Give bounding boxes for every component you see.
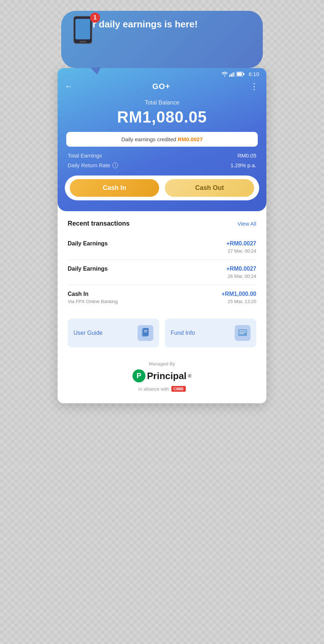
- transaction-amount-2: +RM1,000.00: [221, 291, 256, 297]
- svg-rect-1: [75, 19, 90, 39]
- app-title: GO+: [152, 82, 170, 91]
- alliance-text: In alliance with CIMB: [68, 386, 256, 392]
- transaction-right-0: +RM0.0027 27 Mar, 00:24: [226, 240, 256, 254]
- status-bar: 6:10: [58, 68, 266, 79]
- fund-info-button[interactable]: Fund Info: [165, 319, 256, 347]
- fund-info-label: Fund Info: [171, 330, 195, 336]
- phone-wrapper: Your daily earnings is here! 1: [58, 11, 266, 403]
- user-guide-button[interactable]: User Guide: [68, 319, 159, 347]
- battery-icon: [237, 72, 244, 76]
- svg-rect-12: [144, 330, 148, 331]
- svg-rect-6: [234, 72, 235, 77]
- content-area: Recent transactions View All Daily Earni…: [58, 211, 266, 310]
- managed-by-section: Managed By P Principal® In alliance with…: [58, 357, 266, 403]
- transaction-right-2: +RM1,000.00 25 Mar, 13:20: [221, 291, 256, 304]
- notification-badge: 1: [90, 13, 100, 23]
- transaction-date-0: 27 Mar, 00:24: [226, 248, 256, 254]
- svg-rect-13: [144, 332, 147, 332]
- back-button[interactable]: ←: [65, 82, 73, 91]
- menu-button[interactable]: ⋮: [250, 81, 259, 92]
- stats-row: Total Earnings RM0.05: [58, 152, 266, 159]
- svg-text:P: P: [137, 372, 141, 379]
- notification-bubble[interactable]: Your daily earnings is here! 1: [61, 11, 263, 68]
- svg-rect-5: [233, 72, 234, 77]
- transaction-amount-1: +RM0.0027: [226, 266, 256, 272]
- total-earnings-value: RM0.05: [237, 152, 256, 159]
- balance-label: Total Balance: [65, 99, 259, 106]
- cimb-badge: CIMB: [171, 386, 186, 392]
- transaction-left: Daily Earnings: [68, 266, 108, 274]
- action-buttons: Cash In Cash Out: [65, 176, 259, 200]
- alliance-label: In alliance with: [138, 386, 169, 392]
- principal-logo: P Principal®: [68, 369, 256, 382]
- user-guide-label: User Guide: [73, 330, 103, 336]
- transactions-list: Daily Earnings +RM0.0027 27 Mar, 00:24 D…: [68, 235, 256, 310]
- cash-out-button[interactable]: Cash Out: [165, 179, 254, 197]
- svg-rect-15: [239, 330, 246, 331]
- signal-icon: [229, 72, 235, 77]
- transaction-item: Daily Earnings +RM0.0027 27 Mar, 00:24: [68, 235, 256, 260]
- transactions-header: Recent transactions View All: [68, 220, 256, 227]
- nav-bar: ← GO+ ⋮: [58, 79, 266, 96]
- svg-rect-4: [231, 74, 232, 77]
- transaction-item: Daily Earnings +RM0.0027 26 Mar, 00:24: [68, 260, 256, 285]
- cash-in-button[interactable]: Cash In: [70, 179, 159, 197]
- svg-rect-16: [239, 332, 246, 333]
- svg-rect-9: [243, 73, 244, 75]
- transaction-left: Cash In Via FPX Online Banking: [68, 291, 118, 304]
- managed-by-label: Managed By: [68, 361, 256, 367]
- header-area: 6:10 ← GO+ ⋮ Total Balance RM1,080.05 Da…: [58, 68, 266, 211]
- transaction-sub-2: Via FPX Online Banking: [68, 299, 118, 304]
- balance-section: Total Balance RM1,080.05: [58, 96, 266, 132]
- transaction-amount-0: +RM0.0027: [226, 240, 256, 247]
- daily-return-label: Daily Return Rate i: [68, 162, 118, 168]
- transaction-date-1: 26 Mar, 00:24: [226, 274, 256, 279]
- wifi-icon: [221, 72, 228, 77]
- principal-logo-icon: P: [132, 369, 145, 382]
- phone-screen: 6:10 ← GO+ ⋮ Total Balance RM1,080.05 Da…: [58, 68, 266, 403]
- principal-name: Principal: [147, 370, 186, 382]
- total-earnings-label: Total Earnings: [68, 152, 102, 159]
- user-guide-icon: [138, 325, 153, 341]
- fund-info-icon: [235, 325, 251, 341]
- transaction-left: Daily Earnings: [68, 240, 108, 248]
- daily-credited-amount: RM0.0027: [178, 136, 203, 142]
- transactions-title: Recent transactions: [68, 220, 130, 227]
- transaction-date-2: 25 Mar, 13:20: [221, 299, 256, 304]
- daily-return-value: 1.28% p.a.: [230, 162, 256, 168]
- view-all-link[interactable]: View All: [238, 221, 256, 227]
- daily-credited-text: Daily earnings credited: [121, 136, 178, 142]
- transaction-name-0: Daily Earnings: [68, 240, 108, 247]
- daily-return-row: Daily Return Rate i 1.28% p.a.: [58, 162, 266, 168]
- phone-notification-icon: 1: [68, 15, 97, 44]
- svg-rect-2: [80, 41, 86, 42]
- transaction-right-1: +RM0.0027 26 Mar, 00:24: [226, 266, 256, 279]
- transaction-item: Cash In Via FPX Online Banking +RM1,000.…: [68, 285, 256, 310]
- principal-reg: ®: [188, 373, 192, 379]
- svg-rect-3: [229, 75, 230, 77]
- info-icon[interactable]: i: [112, 163, 118, 168]
- status-time: 6:10: [249, 71, 259, 77]
- daily-credited-box: Daily earnings credited RM0.0027: [66, 132, 258, 147]
- bottom-actions: User Guide Fund Info: [68, 319, 256, 347]
- transaction-name-1: Daily Earnings: [68, 266, 108, 272]
- svg-rect-17: [239, 333, 244, 334]
- status-icons: [221, 72, 244, 77]
- balance-amount: RM1,080.05: [65, 108, 259, 126]
- transaction-name-2: Cash In: [68, 291, 118, 297]
- svg-rect-8: [237, 73, 242, 76]
